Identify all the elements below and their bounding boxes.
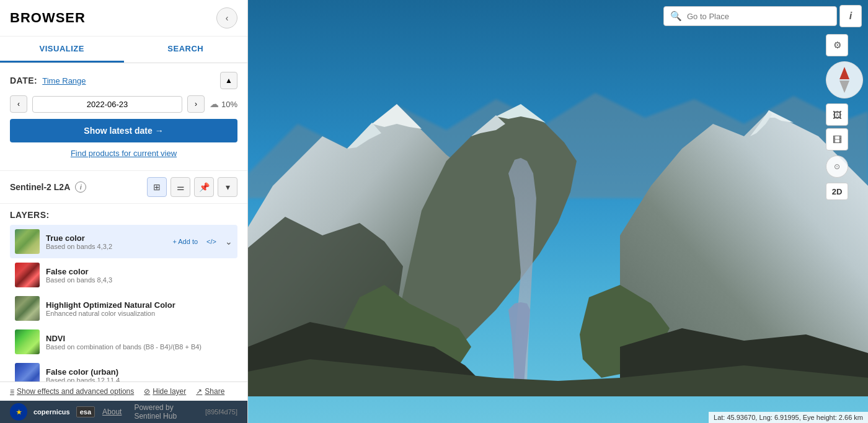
layer-selector-left: Sentinel-2 L2A i [10, 181, 86, 193]
layer-desc-natural-color: Enhanced natural color visualization [46, 310, 232, 317]
map-right-controls: ⚙ 🖼 🎞 ⊙ 2D [826, 34, 863, 200]
image-button[interactable]: 🖼 [826, 103, 848, 126]
date-nav: ‹ › ☁ 10% [10, 95, 237, 113]
date-label: DATE: [10, 76, 37, 85]
compass-widget[interactable] [826, 61, 863, 98]
gear-icon: ⚙ [833, 40, 841, 51]
date-section: DATE: Time Range ▲ ‹ › [0, 63, 247, 171]
image-icon: 🖼 [833, 110, 842, 120]
hide-layer-link[interactable]: ⊘ Hide layer [144, 387, 186, 396]
compass-south [839, 81, 849, 93]
date-input[interactable] [32, 96, 182, 113]
sidebar-header: BROWSER ‹ [0, 0, 247, 37]
adjust-button[interactable]: ⚌ [170, 177, 190, 197]
chevron-down-icon: ▾ [226, 182, 230, 192]
cloud-icon: ☁ [210, 98, 219, 110]
info-button-map[interactable]: i [839, 5, 862, 27]
share-icon: ↗ [196, 387, 202, 396]
share-link[interactable]: ↗ Share [196, 387, 224, 396]
svg-text:★: ★ [16, 409, 22, 416]
chevron-right-icon: › [195, 100, 197, 108]
add-to-button[interactable]: + Add to [170, 237, 200, 246]
show-latest-date-button[interactable]: Show latest date → [10, 119, 237, 142]
share-label: Share [205, 387, 224, 396]
layer-thumb-false-color [15, 263, 40, 287]
layer-info-false-urban: False color (urban) Based on bands 12,11… [46, 367, 232, 382]
esa-logo: esa [76, 406, 95, 417]
layer-item-false-color[interactable]: False color Based on bands 8,4,3 [10, 258, 237, 292]
layer-expand-button-true-color[interactable]: ⌄ [225, 237, 232, 246]
layer-desc-ndvi: Based on combination of bands (B8 - B4)/… [46, 343, 232, 351]
layer-thumb-ndvi [15, 329, 40, 354]
footer-bar: ★ copernicus esa About Powered by Sentin… [0, 401, 247, 423]
hide-label: Hide layer [153, 387, 186, 396]
find-products-link[interactable]: Find products for current view [10, 149, 237, 164]
layer-item-ndvi[interactable]: NDVI Based on combination of bands (B8 -… [10, 325, 237, 359]
map-search-input[interactable] [687, 12, 830, 21]
layer-name-false-urban: False color (urban) [46, 367, 232, 377]
code-button[interactable]: </> [204, 237, 219, 246]
expand-layer-button[interactable]: ▾ [218, 177, 237, 197]
pin-icon: 📌 [199, 182, 210, 192]
footer-logos: ★ copernicus esa [10, 403, 95, 421]
effects-link[interactable]: ≡ Show effects and advanced options [10, 387, 134, 396]
film-icon: 🎞 [833, 134, 842, 145]
bottom-bar: ≡ Show effects and advanced options ⊘ Hi… [0, 382, 247, 401]
show-latest-label: Show latest date → [84, 126, 163, 136]
map-visualization [248, 0, 868, 423]
date-header: DATE: Time Range ▲ [10, 72, 237, 89]
chevron-left-icon: ‹ [226, 13, 229, 23]
copernicus-logo: copernicus [33, 408, 70, 416]
sliders-icon: ⚌ [177, 182, 185, 192]
pin-button[interactable]: 📌 [194, 177, 214, 197]
layer-selector-right: ⊞ ⚌ 📌 ▾ [147, 177, 237, 197]
eu-logo: ★ [10, 403, 27, 421]
layer-item-natural-color[interactable]: Highlight Optimized Natural Color Enhanc… [10, 292, 237, 325]
hide-icon: ⊘ [144, 387, 150, 396]
layers-section: LAYERS: True color Based on bands 4,3,2 … [0, 204, 247, 382]
info-icon-map: i [849, 11, 852, 22]
layer-name-true-color: True color [46, 233, 164, 243]
layer-desc-false-urban: Based on bands 12,11,4 [46, 377, 232, 382]
film-button[interactable]: 🎞 [826, 128, 848, 150]
2d-button[interactable]: 2D [826, 183, 848, 200]
coordinates-bar: Lat: 45.93670, Lng: 6.91995, Eye height:… [709, 412, 868, 423]
2d-label: 2D [832, 187, 843, 196]
date-prev-button[interactable]: ‹ [10, 95, 27, 113]
tab-search[interactable]: SEARCH [124, 37, 248, 63]
date-next-button[interactable]: › [187, 95, 205, 113]
effects-label: Show effects and advanced options [17, 387, 134, 396]
layer-item-true-color[interactable]: True color Based on bands 4,3,2 + Add to… [10, 225, 237, 258]
cloud-info: ☁ 10% [210, 98, 237, 110]
zoom-control[interactable]: ⊙ [826, 155, 848, 178]
search-box[interactable]: 🔍 [663, 6, 837, 26]
tab-bar: VISUALIZE SEARCH [0, 37, 247, 63]
footer-id: [895f4d75] [205, 408, 237, 416]
info-letter: i [80, 183, 82, 191]
layer-info-false-color: False color Based on bands 8,4,3 [46, 267, 232, 284]
layer-item-false-urban[interactable]: False color (urban) Based on bands 12,11… [10, 359, 237, 382]
cloud-percent: 10% [221, 100, 237, 109]
powered-text: Powered by Sentinel Hub [134, 403, 195, 421]
tab-visualize[interactable]: VISUALIZE [0, 37, 124, 63]
coordinates-text: Lat: 45.93670, Lng: 6.91995, Eye height:… [714, 414, 863, 421]
date-collapse-button[interactable]: ▲ [220, 72, 237, 89]
layer-info-ndvi: NDVI Based on combination of bands (B8 -… [46, 334, 232, 351]
time-range-link[interactable]: Time Range [42, 76, 86, 85]
sidebar-content: DATE: Time Range ▲ ‹ › [0, 63, 247, 382]
layer-desc-true-color: Based on bands 4,3,2 [46, 243, 164, 250]
map-top-bar: 🔍 i [248, 0, 868, 32]
layer-name-ndvi: NDVI [46, 334, 232, 343]
layer-name-false-color: False color [46, 267, 232, 276]
layers-button[interactable]: ⊞ [147, 177, 167, 197]
collapse-button[interactable]: ‹ [216, 7, 237, 28]
map-area[interactable]: 🔍 i ⚙ 🖼 🎞 [248, 0, 868, 423]
chevron-up-icon: ▲ [225, 76, 232, 85]
sentinel-label: Sentinel-2 L2A [10, 182, 70, 192]
zoom-icon: ⊙ [834, 162, 840, 171]
layer-actions-true-color: + Add to </> [170, 237, 219, 246]
about-link[interactable]: About [102, 408, 122, 416]
layer-name-natural-color: Highlight Optimized Natural Color [46, 300, 232, 310]
info-icon[interactable]: i [75, 181, 86, 193]
settings-button[interactable]: ⚙ [826, 34, 848, 56]
